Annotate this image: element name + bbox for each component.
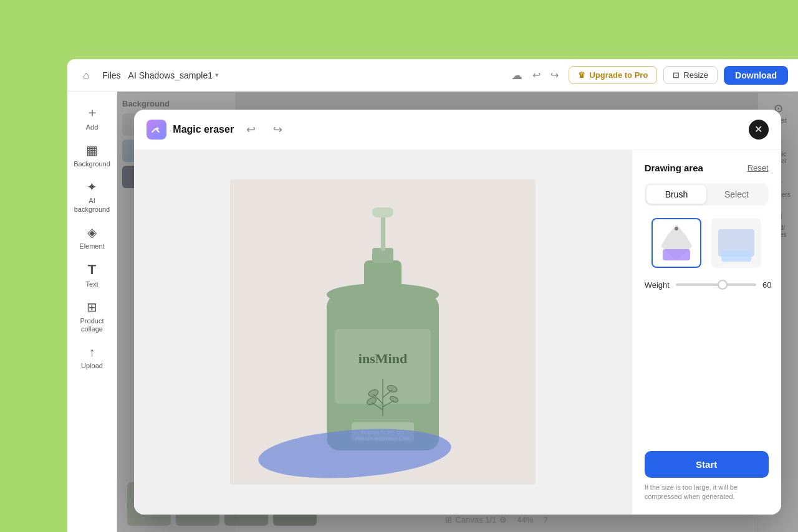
sidebar-add-label: Add [86,123,99,131]
tool-tabs: Brush Select [645,183,769,206]
chevron-down-icon: ▾ [215,71,219,79]
upload-icon: ↑ [89,345,95,359]
eraser-svg [151,124,162,135]
modal-redo-button[interactable]: ↪ [268,120,287,139]
modal-title-area: Magic eraser [147,120,234,140]
text-icon: T [88,262,96,278]
sidebar-item-ai-background[interactable]: ✦ AI background [71,174,113,217]
upgrade-button[interactable]: ♛ Upgrade to Pro [569,66,657,84]
brush-highlight-2 [721,250,751,262]
modal-title-text: Magic eraser [173,124,234,135]
modal-right-panel: Drawing area Reset Brush Select [632,150,781,515]
brush-tab[interactable]: Brush [647,185,707,204]
left-sidebar: ＋ Add ▦ Background ✦ AI background ◈ Ele… [67,92,117,532]
upgrade-label: Upgrade to Pro [589,70,648,80]
project-title-label: AI Shadows_sample1 [128,70,213,80]
product-bottle-svg: insMind [230,179,536,485]
redo-button[interactable]: ↪ [547,67,562,83]
element-icon: ◈ [87,225,97,240]
svg-rect-5 [381,214,385,251]
sidebar-item-text[interactable]: T Text [71,257,113,292]
download-button[interactable]: Download [724,66,788,85]
weight-value: 60 [762,280,771,290]
panels-area: Background ⊙ Adjust ✦ Magic eraser [117,92,798,532]
start-button[interactable]: Start [645,451,769,478]
product-image: insMind [230,179,536,485]
ai-background-icon: ✦ [87,179,97,194]
files-nav[interactable]: Files [102,70,121,80]
resize-label: Resize [683,70,708,80]
drawing-area-title: Drawing area [645,163,703,173]
brush-preview-2[interactable] [711,218,761,268]
brush-preview-1[interactable] [651,218,701,268]
sidebar-element-label: Element [79,242,104,250]
svg-rect-6 [372,207,393,217]
top-bar-actions: ☁ ↩ ↪ ♛ Upgrade to Pro ⊡ Resize Download [511,66,788,85]
magic-eraser-modal: Magic eraser ↩ ↪ ✕ [134,110,781,515]
select-tab[interactable]: Select [706,185,767,204]
magic-eraser-modal-icon [147,120,166,140]
svg-rect-3 [364,260,401,298]
modal-close-button[interactable]: ✕ [749,120,769,140]
cloud-save-icon[interactable]: ☁ [511,69,522,82]
hint-text: If the size is too large, it will be com… [645,483,769,502]
panel-header-row: Drawing area Reset [645,163,769,173]
top-bar: ⌂ Files AI Shadows_sample1 ▾ ☁ ↩ ↪ ♛ Upg… [67,59,798,92]
resize-icon: ⊡ [673,70,680,80]
reset-button[interactable]: Reset [748,163,769,173]
sidebar-background-label: Background [74,160,110,168]
weight-label: Weight [645,280,670,290]
main-layout: ＋ Add ▦ Background ✦ AI background ◈ Ele… [67,92,798,532]
sidebar-text-label: Text [85,280,98,288]
app-window: ⌂ Files AI Shadows_sample1 ▾ ☁ ↩ ↪ ♛ Upg… [67,59,798,532]
undo-redo-group: ↩ ↪ [529,67,562,83]
sidebar-item-upload[interactable]: ↑ Upload [71,340,113,374]
product-collage-icon: ⊞ [87,300,97,315]
add-icon: ＋ [86,104,99,121]
background-icon: ▦ [86,143,98,158]
sidebar-item-background[interactable]: ▦ Background [71,138,113,172]
sidebar-item-product-collage[interactable]: ⊞ Product collage [71,295,113,337]
home-button[interactable]: ⌂ [77,67,95,84]
undo-button[interactable]: ↩ [529,67,544,83]
modal-overlay: Magic eraser ↩ ↪ ✕ [117,92,798,532]
sidebar-upload-label: Upload [81,362,103,370]
weight-slider[interactable] [676,283,756,286]
sidebar-item-add[interactable]: ＋ Add [71,99,113,135]
modal-body: insMind [134,150,781,515]
sidebar-ai-background-label: AI background [74,197,111,213]
sidebar-item-element[interactable]: ◈ Element [71,220,113,254]
crown-icon: ♛ [578,70,585,80]
project-title-area[interactable]: AI Shadows_sample1 ▾ [128,70,219,80]
svg-text:insMind: insMind [358,351,407,366]
modal-canvas-area[interactable]: insMind [134,150,631,515]
modal-undo-button[interactable]: ↩ [241,120,261,139]
modal-header: Magic eraser ↩ ↪ ✕ [134,110,781,150]
brush-previews [645,218,769,268]
panel-spacer [645,302,769,451]
brush-highlight-1 [663,249,690,260]
resize-button[interactable]: ⊡ Resize [663,66,718,84]
canvas-image-container: insMind [230,179,536,485]
weight-row: Weight 60 [645,280,769,290]
sidebar-product-collage-label: Product collage [74,317,111,333]
